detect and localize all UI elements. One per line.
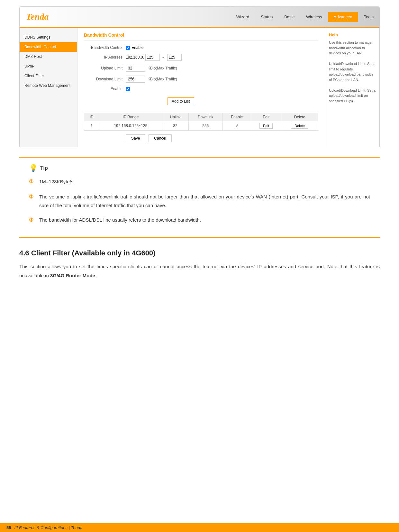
tip-list: ① 1M=128KByte/s. ② The volume of uplink … (29, 177, 370, 225)
col-id: ID (84, 113, 99, 121)
tip-text-3: The bandwidth for ADSL/DSL line usually … (39, 216, 201, 225)
action-buttons: Save Cancel (126, 134, 318, 142)
table-row: 1 192.168.0.125~125 32 256 √ Edit Delete (84, 121, 318, 131)
col-uplink: Uplink (162, 113, 188, 121)
col-ip-range: IP Range (99, 113, 162, 121)
tenda-logo: Tenda (20, 8, 55, 25)
router-body: DDNS Settings Bandwidth Control DMZ Host… (20, 28, 379, 147)
tip-text-1: 1M=128KByte/s. (39, 177, 75, 187)
sidebar-item-bandwidth[interactable]: Bandwidth Control (20, 42, 77, 52)
download-limit-label: Download Limit (84, 77, 126, 81)
help-text: Use this section to manage bandwidth all… (329, 40, 376, 104)
row-enable: √ (223, 121, 251, 131)
page-footer: 55 III Features & Configurations | Tenda (0, 523, 399, 532)
tip-text-2: The volume of uplink traffic/downlink tr… (39, 192, 370, 210)
ip-prefix: 192.168.0. (126, 55, 144, 60)
tip-header: 💡 Tip (29, 164, 370, 172)
panel-title: Bandwidth Control (84, 32, 318, 41)
bandwidth-table: ID IP Range Uplink Downlink Enable Edit … (84, 113, 318, 131)
nav-tabs: Wizard Status Basic Wireless Advanced To… (231, 12, 379, 22)
tip-num-2: ② (29, 192, 35, 210)
cancel-button[interactable]: Cancel (149, 134, 171, 142)
main-panel: Bandwidth Control Bandwidth Control Enab… (77, 28, 325, 147)
sidebar-item-upnp[interactable]: UPnP (20, 61, 77, 71)
sidebar-item-dmz[interactable]: DMZ Host (20, 52, 77, 61)
edit-button[interactable]: Edit (259, 123, 273, 129)
tip-item-3: ③ The bandwidth for ADSL/DSL line usuall… (29, 216, 370, 225)
section-text-part3: . (95, 273, 96, 278)
download-limit-row: Download Limit KBio(Max Traffic) (84, 76, 318, 83)
upload-limit-row: Upload Limit KBio(Max Traffic) (84, 65, 318, 72)
router-header: Tenda Wizard Status Basic Wireless Advan… (20, 7, 379, 28)
tip-num-1: ① (29, 177, 35, 187)
nav-tab-status[interactable]: Status (255, 12, 278, 22)
upload-input[interactable] (126, 65, 145, 72)
help-panel: Help Use this section to manage bandwidt… (325, 28, 379, 147)
bandwidth-control-checkbox[interactable] (126, 46, 130, 50)
nav-tab-basic[interactable]: Basic (278, 12, 300, 22)
download-unit-label: KBio(Max Traffic) (148, 77, 177, 81)
row-edit-cell: Edit (251, 121, 281, 131)
col-downlink: Downlink (188, 113, 223, 121)
tip-section: 💡 Tip ① 1M=128KByte/s. ② The volume of u… (19, 157, 380, 238)
nav-tab-wizard[interactable]: Wizard (231, 12, 255, 22)
upload-unit-label: KBio(Max Traffic) (148, 66, 177, 70)
section-text-bold: 3G/4G Router Mode (50, 273, 95, 278)
bandwidth-control-row: Bandwidth Control Enable (84, 45, 318, 50)
section-46: 4.6 Client Filter (Available only in 4G6… (19, 249, 380, 280)
ip-address-label: IP Address (84, 55, 126, 60)
col-enable: Enable (223, 113, 251, 121)
save-button[interactable]: Save (126, 134, 145, 142)
help-title: Help (329, 32, 376, 37)
tip-item-2: ② The volume of uplink traffic/downlink … (29, 192, 370, 210)
row-delete-cell: Delete (281, 121, 318, 131)
row-id: 1 (84, 121, 99, 131)
sidebar-item-remote[interactable]: Remote Web Management (20, 81, 77, 90)
tip-item-1: ① 1M=128KByte/s. (29, 177, 370, 187)
ip-to-input[interactable] (167, 54, 182, 61)
enable-row: Enable (84, 87, 318, 91)
add-to-list-button[interactable]: Add to List (168, 97, 194, 105)
sidebar-item-ddns[interactable]: DDNS Settings (20, 32, 77, 42)
enable-label: Enable (84, 87, 126, 91)
sidebar: DDNS Settings Bandwidth Control DMZ Host… (20, 28, 77, 147)
ip-from-input[interactable] (145, 54, 160, 61)
ip-separator: ~ (162, 55, 165, 60)
tip-icon: 💡 (29, 164, 38, 172)
nav-tab-wireless[interactable]: Wireless (300, 12, 328, 22)
row-uplink: 32 (162, 121, 188, 131)
footer-page-num: 55 (6, 525, 11, 530)
enable-checkbox[interactable] (126, 87, 130, 91)
download-input[interactable] (126, 76, 145, 83)
nav-tab-advanced[interactable]: Advanced (328, 12, 358, 22)
ip-field: 192.168.0. ~ (126, 54, 182, 61)
row-downlink: 256 (188, 121, 223, 131)
delete-button[interactable]: Delete (291, 123, 308, 129)
tip-num-3: ③ (29, 216, 35, 225)
section-text: This section allows you to set the times… (19, 262, 380, 280)
col-delete: Delete (281, 113, 318, 121)
ip-address-row: IP Address 192.168.0. ~ (84, 54, 318, 61)
sidebar-item-clientfilter[interactable]: Client Filter (20, 71, 77, 81)
nav-tab-tools[interactable]: Tools (358, 12, 379, 22)
row-ip-range: 192.168.0.125~125 (99, 121, 162, 131)
footer-text: III Features & Configurations | Tenda (14, 525, 82, 530)
bandwidth-control-label: Bandwidth Control (84, 45, 126, 50)
bandwidth-control-enable-label: Enable (131, 45, 143, 50)
upload-limit-label: Upload Limit (84, 66, 126, 70)
section-heading: 4.6 Client Filter (Available only in 4G6… (19, 249, 380, 257)
col-edit: Edit (251, 113, 281, 121)
tip-title: Tip (40, 165, 48, 171)
router-panel: Tenda Wizard Status Basic Wireless Advan… (19, 6, 380, 147)
